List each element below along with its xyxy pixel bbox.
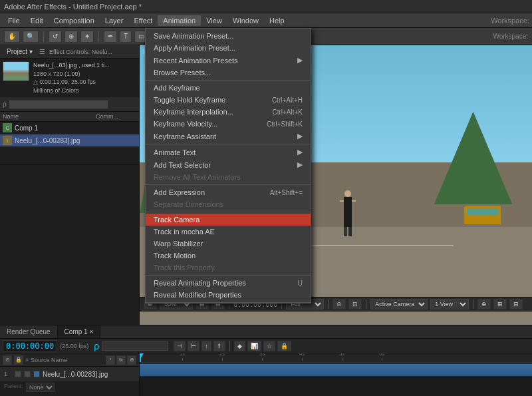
project-item-image[interactable]: I Neelu_[...0-00283].jpg	[0, 134, 139, 147]
effect-controls-tab[interactable]: Effect Controls: Neelu...	[49, 49, 112, 55]
menu-apply-animation-preset-label: Apply Animation Preset...	[154, 44, 235, 52]
tl-btn-markers[interactable]: ◆	[234, 341, 245, 351]
current-time-display[interactable]: 0:00:00:00	[3, 340, 57, 352]
menu-effect[interactable]: Effect	[128, 15, 158, 26]
menu-toggle-hold-keyframe[interactable]: Toggle Hold Keyframe Ctrl+Alt+H	[146, 94, 311, 106]
menu-browse-presets[interactable]: Browse Presets...	[146, 67, 311, 79]
menu-warp-stabilizer[interactable]: Warp Stabilizer	[146, 238, 311, 250]
menu-recent-animation-presets[interactable]: Recent Animation Presets ▶	[146, 54, 311, 67]
timeline-ruler: 1s 2s 3s 4s 5s	[140, 353, 532, 363]
toolbar-hand-tool[interactable]: ✋	[4, 31, 20, 43]
project-panel-header: Project ▾ ☰ Effect Controls: Neelu...	[0, 45, 139, 59]
timeline-layer-bar[interactable]	[140, 363, 532, 377]
preview-extra-btn-1[interactable]: ⊕	[477, 299, 491, 309]
img-icon: I	[3, 136, 12, 145]
menu-separate-dimensions-label: Separate Dimensions	[154, 200, 223, 208]
menu-add-text-selector[interactable]: Add Text Selector ▶	[146, 158, 311, 171]
menu-section-expressions: Add Expression Alt+Shift+= Separate Dime…	[146, 185, 311, 212]
panel-menu-icon[interactable]: ☰	[39, 48, 45, 55]
toolbar-pen-tool[interactable]: ✒	[104, 31, 117, 43]
preview-view-icons[interactable]: ⊡	[348, 299, 362, 309]
tl-motion-blur-icon[interactable]: *	[106, 355, 115, 365]
menu-composition[interactable]: Composition	[49, 15, 100, 26]
tab-comp1[interactable]: Comp 1 ×	[58, 325, 101, 338]
preview-extra-btn-2[interactable]: ⊞	[493, 299, 507, 309]
tl-left-controls: ⊙ 🔒 # Source Name * fx ⊕	[0, 353, 139, 367]
keyframe-interpolation-shortcut: Ctrl+Alt+K	[272, 108, 303, 116]
menu-help[interactable]: Help	[264, 15, 290, 26]
menu-view[interactable]: View	[201, 15, 227, 26]
recent-presets-arrow: ▶	[297, 56, 303, 65]
timeline-icon-buttons: ⊣ ⊢ ↑ ⇑ ◆ 📊 ☆ 🔒	[174, 341, 291, 351]
search-icon-tl: ρ	[94, 341, 99, 351]
preview-active-camera-select[interactable]: Active Camera	[370, 299, 428, 309]
tab-render-queue[interactable]: Render Queue	[0, 325, 58, 338]
project-item-res: 1280 x 720 (1.00)	[33, 70, 110, 79]
timeline-playhead[interactable]	[140, 353, 141, 362]
keyframe-assistant-arrow: ▶	[297, 132, 303, 140]
menu-add-expression[interactable]: Add Expression Alt+Shift+=	[146, 186, 311, 198]
tl-btn-lock[interactable]: 🔒	[277, 341, 291, 351]
menu-add-keyframe[interactable]: Add Keyframe	[146, 82, 311, 94]
menu-keyframe-velocity[interactable]: Keyframe Velocity... Ctrl+Shift+K	[146, 118, 311, 130]
project-thumbnail	[3, 61, 29, 81]
menu-track-this-property: Track this Property	[146, 262, 311, 274]
image-name: Neelu_[...0-00283].jpg	[15, 137, 80, 144]
tl-btn-solo[interactable]: ☆	[263, 341, 275, 351]
ruler-mark-3s: 3s	[259, 353, 265, 361]
tl-parent-icon[interactable]: ⊕	[127, 355, 136, 365]
menu-remove-all-text-animators: Remove All Text Animators	[146, 171, 311, 183]
menu-keyframe-assistant[interactable]: Keyframe Assistant ▶	[146, 130, 311, 142]
menu-section-reveal: Reveal Animating Properties U Reveal Mod…	[146, 276, 311, 303]
toolbar-sep-2	[98, 31, 99, 42]
toolbar-zoom-tool[interactable]: 🔍	[23, 31, 39, 43]
layers-panel	[0, 165, 139, 325]
comp-name: Comp 1	[15, 124, 38, 132]
tl-btn-outpoint[interactable]: ⊢	[188, 341, 200, 351]
toolbar-unified-tool[interactable]: ✦	[80, 31, 94, 43]
menu-save-animation-preset[interactable]: Save Animation Preset...	[146, 30, 311, 42]
tl-btn-lift[interactable]: ↑	[201, 341, 211, 351]
parent-select[interactable]: None	[26, 383, 55, 392]
layer-lock[interactable]	[24, 371, 31, 377]
tl-fx-icon[interactable]: fx	[116, 355, 126, 365]
menu-bar: File Edit Composition Layer Effect Anima…	[0, 13, 532, 28]
vehicle	[464, 206, 501, 224]
project-tab[interactable]: Project ▾	[4, 47, 35, 56]
menu-reveal-animating[interactable]: Reveal Animating Properties U	[146, 277, 311, 289]
menu-section-text: Animate Text ▶ Add Text Selector ▶ Remov…	[146, 144, 311, 185]
toolbar-type-tool[interactable]: T	[120, 31, 132, 43]
project-search-input[interactable]	[9, 100, 108, 109]
menu-track-mocha[interactable]: Track in mocha AE	[146, 226, 311, 238]
ruler-mark-5s: 5s	[339, 353, 344, 361]
menu-layer[interactable]: Layer	[100, 15, 129, 26]
menu-recent-animation-presets-label: Recent Animation Presets	[154, 57, 238, 65]
menu-edit[interactable]: Edit	[25, 15, 49, 26]
tl-btn-chart[interactable]: 📊	[247, 341, 261, 351]
toolbar-camera-tool[interactable]: ⊕	[65, 31, 78, 43]
toolbar-rotate-tool[interactable]: ↺	[49, 31, 62, 43]
tl-lock-icon[interactable]: 🔒	[14, 355, 23, 365]
menu-track-motion[interactable]: Track Motion	[146, 250, 311, 262]
menu-track-camera[interactable]: Track Camera	[146, 214, 311, 226]
layer-label[interactable]	[33, 371, 40, 377]
menu-animation[interactable]: Animation	[158, 15, 201, 26]
menu-reveal-modified[interactable]: Reveal Modified Properties	[146, 289, 311, 301]
menu-window[interactable]: Window	[227, 15, 264, 26]
menu-file[interactable]: File	[3, 15, 25, 26]
menu-track-this-property-label: Track this Property	[154, 264, 215, 272]
preview-camera-icons[interactable]: ⊙	[332, 299, 346, 309]
menu-keyframe-interpolation[interactable]: Keyframe Interpolation... Ctrl+Alt+K	[146, 106, 311, 118]
preview-extra-btn-3[interactable]: ⊟	[509, 299, 523, 309]
tl-solo-icon[interactable]: ⊙	[3, 355, 12, 365]
project-item-preview: Neelu_[...83].jpg , used 1 ti... 1280 x …	[0, 59, 139, 97]
menu-apply-animation-preset[interactable]: Apply Animation Preset...	[146, 42, 311, 54]
figure-arm-right	[352, 200, 356, 202]
timeline-search-input[interactable]	[102, 341, 168, 351]
project-item-comp[interactable]: C Comp 1	[0, 122, 139, 134]
tl-btn-inpoint[interactable]: ⊣	[174, 341, 186, 351]
menu-animate-text[interactable]: Animate Text ▶	[146, 146, 311, 158]
tl-btn-extract[interactable]: ⇑	[213, 341, 225, 351]
preview-views-select[interactable]: 1 View 2 Views	[430, 299, 469, 309]
layer-visibility[interactable]	[15, 371, 21, 377]
